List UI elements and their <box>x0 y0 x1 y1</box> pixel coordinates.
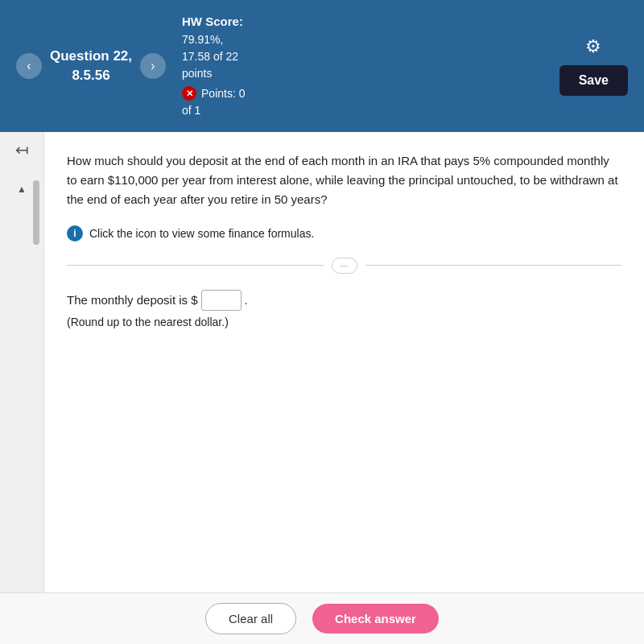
hw-score-value: 79.91%, <box>182 31 543 48</box>
answer-row: The monthly deposit is $ . <box>67 290 621 311</box>
save-button[interactable]: Save <box>559 65 628 96</box>
main-content: ↤ ▲ ▼ How much should you deposit at the… <box>0 132 644 645</box>
question-title-line1: Question 22, <box>50 47 132 66</box>
left-sidebar: ↤ ▲ ▼ <box>0 132 44 645</box>
answer-suffix: . <box>245 293 248 307</box>
points-label: Points: 0 <box>201 85 245 102</box>
info-icon[interactable]: i <box>67 225 83 242</box>
divider-line-right <box>365 265 622 266</box>
forward-button[interactable]: › <box>140 53 166 79</box>
info-bar: i Click the icon to view some finance fo… <box>67 225 621 242</box>
hw-score-detail: 17.58 of 22 <box>182 48 543 65</box>
question-title-line2: 8.5.56 <box>50 66 132 85</box>
scroll-bar[interactable] <box>33 180 39 245</box>
points-x-icon: ✕ <box>182 86 196 101</box>
hw-score-points: points <box>182 65 543 82</box>
content-area: How much should you deposit at the end o… <box>44 132 644 645</box>
question-text: How much should you deposit at the end o… <box>67 151 621 209</box>
header-left: ‹ Question 22, 8.5.56 › <box>16 47 166 85</box>
header-right: ⚙ Save <box>559 36 628 96</box>
bottom-bar: Clear all Check answer <box>0 592 644 644</box>
divider-line-left <box>67 265 324 266</box>
divider-row: ··· <box>67 258 621 274</box>
hw-score-section: HW Score: 79.91%, 17.58 of 22 points ✕ P… <box>166 13 559 119</box>
hw-score-label: HW Score: <box>182 13 543 31</box>
info-text: Click the icon to view some finance form… <box>89 227 314 240</box>
points-of: of 1 <box>182 102 543 119</box>
gear-icon[interactable]: ⚙ <box>585 36 601 57</box>
answer-input[interactable] <box>201 290 242 311</box>
scroll-up-icon[interactable]: ▲ <box>17 184 27 195</box>
points-row: ✕ Points: 0 <box>182 85 543 102</box>
clear-all-button[interactable]: Clear all <box>205 603 296 634</box>
round-note: (Round up to the nearest dollar.) <box>67 316 621 328</box>
back-button[interactable]: ‹ <box>16 53 42 79</box>
collapse-icon[interactable]: ↤ <box>15 140 29 159</box>
answer-prefix: The monthly deposit is $ <box>67 293 198 307</box>
header: ‹ Question 22, 8.5.56 › HW Score: 79.91%… <box>0 0 644 132</box>
answer-section: The monthly deposit is $ . (Round up to … <box>67 290 621 328</box>
question-title: Question 22, 8.5.56 <box>50 47 132 85</box>
check-answer-button[interactable]: Check answer <box>312 604 439 634</box>
divider-dots[interactable]: ··· <box>332 258 357 274</box>
